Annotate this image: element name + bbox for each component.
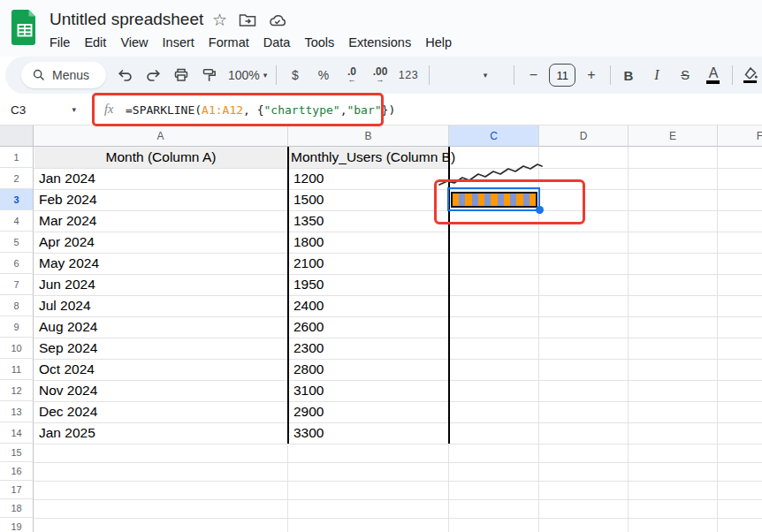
font-size-input[interactable]: 11 — [549, 64, 575, 87]
undo-button[interactable] — [113, 63, 136, 87]
column-header-C[interactable]: C — [449, 125, 539, 147]
sparkline-bar — [530, 194, 536, 206]
row-header-19[interactable]: 19 — [0, 518, 34, 532]
cell-B12[interactable]: 3100 — [290, 380, 449, 401]
more-formats-button[interactable]: 123 — [397, 63, 420, 87]
cell-B5[interactable]: 1800 — [290, 232, 449, 253]
print-button[interactable] — [170, 63, 193, 87]
cell-B3[interactable]: 1500 — [290, 189, 449, 210]
select-all-corner[interactable] — [0, 125, 34, 147]
formula-input[interactable]: =SPARKLINE(A1:A12, {"charttype","bar"}) — [126, 94, 395, 125]
cell-B7[interactable]: 1950 — [290, 274, 449, 295]
row-header-5[interactable]: 5 — [0, 232, 34, 253]
star-icon[interactable]: ☆ — [212, 11, 227, 29]
row-header-13[interactable]: 13 — [0, 401, 34, 422]
italic-button[interactable]: I — [645, 63, 668, 87]
menu-view[interactable]: View — [113, 35, 155, 49]
cell-B8[interactable]: 2400 — [290, 295, 449, 316]
menu-insert[interactable]: Insert — [156, 35, 202, 49]
cell-A6[interactable]: May 2024 — [34, 253, 287, 274]
name-box[interactable]: C3 ▾ — [0, 94, 88, 125]
redo-button[interactable] — [141, 63, 164, 87]
row-header-10[interactable]: 10 — [0, 338, 34, 359]
row-header-11[interactable]: 11 — [0, 359, 34, 380]
cell-A12[interactable]: Nov 2024 — [34, 380, 287, 401]
row-header-15[interactable]: 15 — [0, 444, 34, 462]
format-currency-button[interactable]: $ — [284, 63, 307, 87]
row-header-12[interactable]: 12 — [0, 380, 34, 401]
cell-A14[interactable]: Jan 2025 — [34, 422, 287, 444]
google-sheets-window: Untitled spreadsheet ☆ FileEditViewInser… — [0, 0, 762, 532]
row-header-17[interactable]: 17 — [0, 481, 34, 499]
row-header-4[interactable]: 4 — [0, 210, 34, 232]
row-header-8[interactable]: 8 — [0, 295, 34, 316]
font-selector[interactable]: ▾ — [433, 63, 510, 87]
cell-A8[interactable]: Jul 2024 — [34, 295, 287, 316]
cell-B6[interactable]: 2100 — [290, 253, 449, 274]
sparkline-bar — [491, 194, 497, 206]
cell-A13[interactable]: Dec 2024 — [34, 401, 287, 422]
cell-B1[interactable]: Monthly_Users (Column B) — [289, 147, 449, 168]
cell-A3[interactable]: Feb 2024 — [34, 189, 287, 210]
format-percent-button[interactable]: % — [312, 63, 335, 87]
row-header-9[interactable]: 9 — [0, 316, 34, 338]
cell-A5[interactable]: Apr 2024 — [34, 232, 287, 253]
cell-A11[interactable]: Oct 2024 — [34, 359, 287, 380]
fill-color-button[interactable] — [739, 63, 762, 87]
row-header-3[interactable]: 3 — [0, 189, 34, 210]
column-header-B[interactable]: B — [288, 125, 449, 147]
cell-A7[interactable]: Jun 2024 — [34, 274, 287, 295]
hand-drawn-line-annotation — [433, 161, 548, 189]
row-header-1[interactable]: 1 — [0, 147, 34, 168]
cell-A4[interactable]: Mar 2024 — [34, 210, 287, 232]
bold-button[interactable]: B — [617, 63, 640, 87]
menu-edit[interactable]: Edit — [77, 35, 113, 49]
chevron-down-icon: ▾ — [72, 105, 76, 114]
cell-border-a-b — [287, 147, 289, 444]
increase-font-size-button[interactable]: + — [580, 63, 603, 87]
zoom-select[interactable]: 100% ▾ — [228, 63, 267, 87]
toolbar: Menus — [5, 57, 762, 94]
menus-search-button[interactable]: Menus — [21, 62, 106, 88]
cell-B11[interactable]: 2800 — [290, 359, 449, 380]
cell-C3-sparkline[interactable] — [451, 192, 537, 208]
menu-data[interactable]: Data — [256, 35, 298, 49]
text-color-button[interactable]: A — [702, 63, 725, 87]
paint-format-button[interactable] — [198, 63, 221, 87]
cell-A9[interactable]: Aug 2024 — [34, 316, 287, 338]
cell-B14[interactable]: 3300 — [290, 422, 449, 444]
sheets-logo-icon[interactable] — [11, 10, 38, 45]
column-header-A[interactable]: A — [34, 125, 288, 147]
fill-handle[interactable] — [536, 206, 544, 214]
spreadsheet-title[interactable]: Untitled spreadsheet — [50, 10, 203, 29]
decrease-font-size-button[interactable]: − — [522, 63, 545, 87]
row-header-7[interactable]: 7 — [0, 274, 34, 295]
row-header-14[interactable]: 14 — [0, 422, 34, 444]
cell-B4[interactable]: 1350 — [290, 210, 449, 232]
cell-B2[interactable]: 1200 — [290, 168, 449, 189]
row-header-6[interactable]: 6 — [0, 253, 34, 274]
row-header-16[interactable]: 16 — [0, 462, 34, 481]
menu-file[interactable]: File — [42, 35, 77, 49]
menu-tools[interactable]: Tools — [297, 35, 341, 49]
decrease-decimal-button[interactable]: .0 ← — [340, 63, 363, 87]
cell-A2[interactable]: Jan 2024 — [34, 168, 287, 189]
cell-A1[interactable]: Month (Column A) — [34, 147, 287, 168]
column-header-D[interactable]: D — [539, 125, 629, 147]
cloud-saved-icon[interactable] — [268, 13, 287, 27]
cell-B9[interactable]: 2600 — [290, 316, 449, 338]
cell-B10[interactable]: 2300 — [290, 338, 449, 359]
column-header-F[interactable]: F — [718, 125, 762, 147]
gridline — [34, 518, 762, 519]
row-header-18[interactable]: 18 — [0, 499, 34, 518]
move-folder-icon[interactable] — [239, 13, 256, 27]
strikethrough-button[interactable]: S — [674, 63, 697, 87]
menu-extensions[interactable]: Extensions — [341, 35, 418, 49]
cell-B13[interactable]: 2900 — [290, 401, 449, 422]
increase-decimal-button[interactable]: .00 → — [369, 63, 392, 87]
menu-help[interactable]: Help — [418, 35, 459, 49]
cell-A10[interactable]: Sep 2024 — [34, 338, 287, 359]
column-header-E[interactable]: E — [629, 125, 718, 147]
menu-format[interactable]: Format — [202, 35, 256, 49]
row-header-2[interactable]: 2 — [0, 168, 34, 189]
